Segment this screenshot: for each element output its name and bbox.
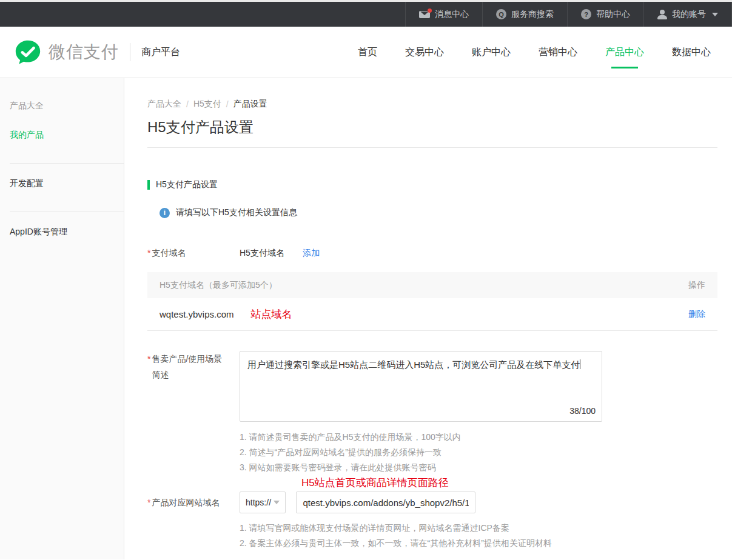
sidebar-item-my-products[interactable]: 我的产品 [0,130,124,141]
hint-line: 2. 简述与“产品对应网站域名”提供的服务必须保持一致 [240,445,717,460]
message-center-button[interactable]: 消息中心 [405,2,482,27]
domain-value: wqtest.ybvips.com [159,309,234,319]
description-hints: 1. 请简述贵司售卖的产品及H5支付的使用场景，100字以内 2. 简述与“产品… [240,430,717,475]
description-text: 用户通过搜索引擎或是H5站点二维码进入H5站点，可浏览公司产品及在线下单支付 [247,359,580,370]
user-icon [657,10,667,19]
sidebar-item-appid-management[interactable]: AppID账号管理 [0,227,124,238]
nav-product-center-label: 产品中心 [605,47,644,57]
help-center-button[interactable]: ? 帮助中心 [567,2,643,27]
logo[interactable]: 微信支付 [15,39,119,65]
site-url-hints-row: 1. 请填写官网或能体现支付场景的详情页网址，网站域名需通过ICP备案 2. 备… [147,513,717,551]
domain-table-header: H5支付域名（最多可添加5个） 操作 [147,272,717,298]
info-banner: i 请填写以下H5支付相关设置信息 [159,207,717,218]
sidebar: 产品大全 我的产品 开发配置 AppID账号管理 [0,78,124,559]
portal-name: 商户平台 [141,46,180,59]
domain-column-header: H5支付域名（最多可添加5个） [159,280,277,291]
breadcrumb-product-catalog[interactable]: 产品大全 [147,99,181,110]
domain-table-row: wqtest.ybvips.com 站点域名 删除 [147,298,717,331]
main-nav: 首页 交易中心 账户中心 营销中心 产品中心 数据中心 [344,40,725,65]
site-header: 微信支付 商户平台 首页 交易中心 账户中心 营销中心 产品中心 数据中心 [0,27,732,78]
header-divider [130,43,130,61]
breadcrumb: 产品大全 / H5支付 / 产品设置 [147,99,717,110]
section-header: H5支付产品设置 [147,179,717,190]
active-nav-underline [611,67,638,68]
search-icon: Q [496,9,506,19]
nav-account-center[interactable]: 账户中心 [472,40,511,65]
delete-domain-link[interactable]: 删除 [688,309,705,320]
nav-home[interactable]: 首页 [358,40,377,65]
add-domain-link[interactable]: 添加 [303,248,320,258]
sidebar-divider [10,212,124,212]
site-url-hints: 1. 请填写官网或能体现支付场景的详情页网址，网站域名需通过ICP备案 2. 备… [240,521,717,551]
nav-product-center[interactable]: 产品中心 [605,40,644,65]
required-asterisk: * [147,498,150,507]
info-text: 请填写以下H5支付相关设置信息 [176,207,297,218]
wechat-pay-logo-icon [15,39,41,65]
text-cursor [580,359,580,369]
chevron-down-icon [274,501,280,504]
section-accent-bar [147,180,150,190]
site-url-annotation: H5站点首页或商品详情页面路径 [301,476,717,490]
main-content: 产品大全 / H5支付 / 产品设置 H5支付产品设置 H5支付产品设置 i 请… [124,78,732,559]
my-account-label: 我的账号 [672,9,706,20]
domain-annotation: 站点域名 [251,307,292,321]
hint-line: 1. 请简述贵司售卖的产品及H5支付的使用场景，100字以内 [240,430,717,445]
site-url-row: *产品对应网站域名 https:// [147,492,717,513]
protocol-select[interactable]: https:// [240,492,286,513]
description-field: 用户通过搜索引擎或是H5站点二维码进入H5站点，可浏览公司产品及在线下单支付 3… [240,351,717,490]
char-counter: 38/100 [569,404,596,418]
service-provider-search-label: 服务商搜索 [511,9,554,20]
required-asterisk: * [147,354,150,364]
logo-text: 微信支付 [49,41,119,64]
nav-marketing-center[interactable]: 营销中心 [539,40,577,65]
action-column-header: 操作 [688,280,705,291]
notification-dot [428,8,432,13]
pay-domain-field: H5支付域名 添加 [240,247,717,259]
message-center-label: 消息中心 [435,9,469,20]
site-url-input[interactable] [296,492,475,513]
h5-pay-domain-label: H5支付域名 [240,248,284,258]
chevron-down-icon [712,13,718,16]
hint-line: 3. 网站如需要账号密码登录，请在此处提供账号密码 [240,460,717,475]
pay-domain-label: *支付域名 [147,245,240,261]
hint-line: 2. 备案主体必须与贵司主体一致，如不一致，请在“其他补充材料”提供相关证明材料 [240,536,717,551]
site-url-field: https:// [240,492,717,513]
help-icon: ? [581,9,591,19]
nav-transaction-center[interactable]: 交易中心 [405,40,444,65]
required-asterisk: * [147,248,150,258]
section-title: H5支付产品设置 [156,179,218,190]
protocol-value: https:// [246,498,271,507]
description-textarea[interactable]: 用户通过搜索引擎或是H5站点二维码进入H5站点，可浏览公司产品及在线下单支付 3… [240,351,602,422]
domain-table: H5支付域名（最多可添加5个） 操作 wqtest.ybvips.com 站点域… [147,272,717,331]
info-icon: i [159,208,170,218]
top-utility-bar: 消息中心 Q 服务商搜索 ? 帮助中心 我的账号 [0,2,732,27]
description-label: *售卖产品/使用场景简述 [147,351,240,490]
service-provider-search-button[interactable]: Q 服务商搜索 [482,2,567,27]
mail-icon [419,11,430,18]
pay-domain-row: *支付域名 H5支付域名 添加 [147,245,717,261]
my-account-menu[interactable]: 我的账号 [643,2,732,27]
breadcrumb-h5-pay[interactable]: H5支付 [193,99,221,110]
nav-data-center[interactable]: 数据中心 [672,40,711,65]
sidebar-divider [10,163,124,164]
breadcrumb-product-settings: 产品设置 [233,99,267,110]
hint-line: 1. 请填写官网或能体现支付场景的详情页网址，网站域名需通过ICP备案 [240,521,717,536]
sidebar-item-product-catalog[interactable]: 产品大全 [0,101,124,112]
breadcrumb-separator: / [226,99,229,109]
breadcrumb-separator: / [186,99,189,109]
help-center-label: 帮助中心 [596,9,630,20]
title-divider [147,147,717,148]
site-url-label: *产品对应网站域名 [147,492,240,513]
description-row: *售卖产品/使用场景简述 用户通过搜索引擎或是H5站点二维码进入H5站点，可浏览… [147,351,717,490]
page-title: H5支付产品设置 [147,118,717,137]
sidebar-item-dev-config[interactable]: 开发配置 [0,178,124,189]
